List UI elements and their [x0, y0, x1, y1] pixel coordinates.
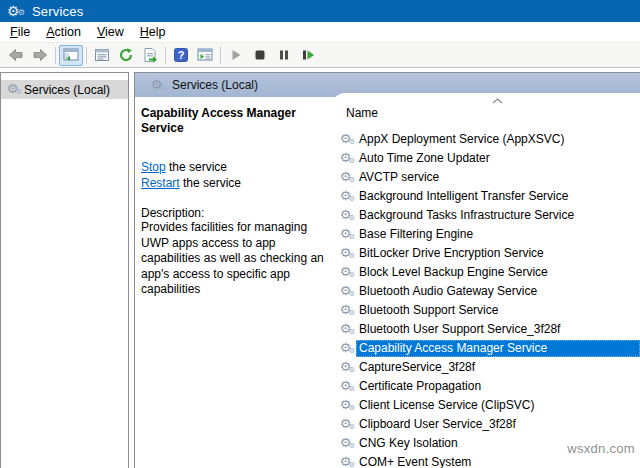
- service-name: Capability Access Manager Service: [356, 340, 640, 357]
- service-action-links: Stop the service Restart the service: [141, 159, 339, 191]
- service-name: Auto Time Zone Updater: [356, 150, 494, 167]
- service-gear-icon: ⚙: [338, 189, 353, 204]
- stop-service-line: Stop the service: [141, 159, 339, 175]
- menu-action[interactable]: Action: [38, 22, 89, 42]
- service-name: Background Intelligent Transfer Service: [356, 188, 572, 205]
- forward-arrow-icon: [32, 47, 48, 63]
- action-pane-icon: [197, 47, 213, 63]
- stop-service-link[interactable]: Stop: [141, 160, 166, 174]
- restart-service-suffix: the service: [180, 176, 241, 190]
- help-icon: ?: [173, 47, 189, 63]
- workspace: ⚙ Services (Local) ⚙ Services (Local) Ca…: [0, 72, 640, 468]
- services-pane: ⚙ Services (Local) Capability Access Man…: [134, 72, 640, 468]
- toolbar-separator: [165, 47, 166, 64]
- service-row[interactable]: ⚙Auto Time Zone Updater: [332, 149, 640, 168]
- service-name: AVCTP service: [356, 169, 443, 186]
- show-hide-action-pane-button[interactable]: [193, 45, 217, 66]
- services-list-body: ⚙AppX Deployment Service (AppXSVC)⚙Auto …: [332, 130, 640, 468]
- services-app-icon: ⚙: [7, 3, 25, 19]
- service-row[interactable]: ⚙Block Level Backup Engine Service: [332, 263, 640, 282]
- service-row[interactable]: ⚙Background Tasks Infrastructure Service: [332, 206, 640, 225]
- selected-service-title: Capability Access Manager Service: [141, 106, 339, 136]
- back-button[interactable]: [4, 45, 28, 66]
- service-name: Bluetooth Support Service: [356, 302, 502, 319]
- toolbar: ?: [0, 43, 640, 68]
- svg-text:?: ?: [178, 49, 185, 61]
- service-gear-icon: ⚙: [338, 208, 353, 223]
- title-bar: ⚙ Services: [0, 0, 640, 22]
- sort-ascending-icon: [492, 98, 503, 104]
- service-row[interactable]: ⚙Bluetooth Support Service: [332, 301, 640, 320]
- service-row[interactable]: ⚙Bluetooth User Support Service_3f28f: [332, 320, 640, 339]
- service-gear-icon: ⚙: [338, 265, 353, 280]
- service-gear-icon: ⚙: [338, 436, 353, 451]
- restart-service-line: Restart the service: [141, 175, 339, 191]
- service-row[interactable]: ⚙Clipboard User Service_3f28f: [332, 415, 640, 434]
- column-header-name[interactable]: Name: [346, 106, 378, 120]
- service-gear-icon: ⚙: [338, 284, 353, 299]
- menu-view[interactable]: View: [89, 22, 132, 42]
- service-row[interactable]: ⚙AppX Deployment Service (AppXSVC): [332, 130, 640, 149]
- pause-service-button[interactable]: [272, 45, 296, 66]
- restart-icon: [300, 47, 316, 63]
- service-row[interactable]: ⚙Bluetooth Audio Gateway Service: [332, 282, 640, 301]
- refresh-button[interactable]: [114, 45, 138, 66]
- service-name: CaptureService_3f28f: [356, 359, 479, 376]
- tree-item-label: Services (Local): [24, 83, 110, 97]
- export-list-icon: [142, 47, 158, 63]
- service-gear-icon: ⚙: [338, 455, 353, 468]
- menu-help[interactable]: Help: [132, 22, 174, 42]
- service-name: BitLocker Drive Encryption Service: [356, 245, 548, 262]
- refresh-icon: [118, 47, 134, 63]
- help-button[interactable]: ?: [169, 45, 193, 66]
- service-row[interactable]: ⚙Background Intelligent Transfer Service: [332, 187, 640, 206]
- service-gear-icon: ⚙: [338, 322, 353, 337]
- service-name: Certificate Propagation: [356, 378, 485, 395]
- service-name: AppX Deployment Service (AppXSVC): [356, 131, 568, 148]
- menu-file[interactable]: File: [2, 22, 38, 42]
- service-name: Background Tasks Infrastructure Service: [356, 207, 578, 224]
- window-title: Services: [32, 4, 83, 19]
- service-name: Clipboard User Service_3f28f: [356, 416, 520, 433]
- service-name: COM+ Event System: [356, 454, 475, 468]
- play-icon: [228, 47, 244, 63]
- service-gear-icon: ⚙: [338, 341, 353, 356]
- toolbar-separator: [220, 47, 221, 64]
- pause-icon: [276, 47, 292, 63]
- service-gear-icon: ⚙: [338, 227, 353, 242]
- service-row[interactable]: ⚙Capability Access Manager Service: [332, 339, 640, 358]
- service-gear-icon: ⚙: [338, 360, 353, 375]
- service-name: Bluetooth User Support Service_3f28f: [356, 321, 564, 338]
- stop-icon: [252, 47, 268, 63]
- service-row[interactable]: ⚙Client License Service (ClipSVC): [332, 396, 640, 415]
- service-row[interactable]: ⚙Certificate Propagation: [332, 377, 640, 396]
- console-tree-pane: ⚙ Services (Local): [0, 72, 129, 468]
- back-arrow-icon: [8, 47, 24, 63]
- service-name: Bluetooth Audio Gateway Service: [356, 283, 541, 300]
- description-text: Provides facilities for managing UWP app…: [141, 220, 337, 298]
- service-name: Client License Service (ClipSVC): [356, 397, 538, 414]
- service-gear-icon: ⚙: [338, 151, 353, 166]
- menu-bar: File Action View Help: [0, 22, 640, 43]
- console-tree-icon: [63, 47, 79, 63]
- show-hide-console-tree-button[interactable]: [59, 45, 83, 66]
- service-row[interactable]: ⚙Base Filtering Engine: [332, 225, 640, 244]
- tree-item-services-local[interactable]: ⚙ Services (Local): [1, 80, 128, 99]
- forward-button[interactable]: [28, 45, 52, 66]
- stop-service-button[interactable]: [248, 45, 272, 66]
- stop-service-suffix: the service: [166, 160, 227, 174]
- service-name: Block Level Backup Engine Service: [356, 264, 552, 281]
- restart-service-link[interactable]: Restart: [141, 176, 180, 190]
- properties-button[interactable]: [90, 45, 114, 66]
- service-gear-icon: ⚙: [338, 379, 353, 394]
- service-detail-column: Capability Access Manager Service Stop t…: [141, 98, 339, 298]
- service-row[interactable]: ⚙AVCTP service: [332, 168, 640, 187]
- services-node-icon: ⚙: [5, 82, 20, 97]
- service-gear-icon: ⚙: [338, 246, 353, 261]
- service-gear-icon: ⚙: [338, 417, 353, 432]
- service-row[interactable]: ⚙BitLocker Drive Encryption Service: [332, 244, 640, 263]
- restart-service-button[interactable]: [296, 45, 320, 66]
- export-list-button[interactable]: [138, 45, 162, 66]
- start-service-button[interactable]: [224, 45, 248, 66]
- service-row[interactable]: ⚙CaptureService_3f28f: [332, 358, 640, 377]
